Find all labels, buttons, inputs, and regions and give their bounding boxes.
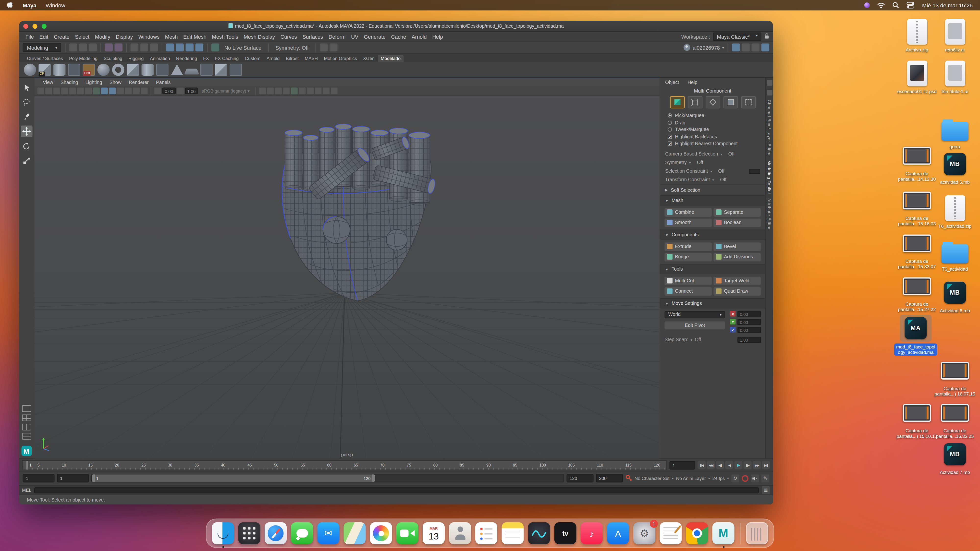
- two-pane-stacked-layout-button[interactable]: [22, 433, 31, 440]
- dock-appstore-icon[interactable]: A: [607, 522, 629, 545]
- workspace-selector[interactable]: Maya Classic*▾: [713, 32, 762, 41]
- soft-selection-section[interactable]: ▶Soft Selection: [660, 184, 765, 195]
- menu-item[interactable]: Mesh: [162, 33, 180, 40]
- dock-calendar-icon[interactable]: MAR13: [423, 522, 445, 545]
- face-mode-button[interactable]: [723, 96, 738, 108]
- desktop-icon-captura-160715[interactable]: Captura de pantalla...) 16.07.15: [934, 357, 976, 397]
- show-channel-box-icon[interactable]: [767, 80, 772, 86]
- redo-icon[interactable]: [115, 44, 123, 52]
- add-divisions-button[interactable]: Add Divisions: [714, 252, 761, 261]
- desktop-icon-reto6liz-ai[interactable]: reto6liz.ai: [934, 18, 976, 52]
- dock-messages-icon[interactable]: [291, 522, 313, 545]
- tools-section-header[interactable]: ▼Tools: [660, 264, 765, 274]
- use-all-lights-icon[interactable]: [117, 88, 124, 95]
- dock-photos-icon[interactable]: [370, 522, 392, 545]
- menu-item[interactable]: Display: [113, 33, 135, 40]
- extrude-button[interactable]: Extrude: [665, 242, 712, 251]
- combine-button[interactable]: Combine: [665, 208, 712, 216]
- dock-launchpad-icon[interactable]: [239, 522, 261, 545]
- current-frame-field[interactable]: 1: [670, 460, 695, 469]
- selection-constraint-row[interactable]: Selection Constraint▾Off: [660, 167, 765, 175]
- default-material-icon[interactable]: [283, 88, 290, 95]
- current-time-indicator[interactable]: [27, 460, 29, 469]
- spotlight-search-icon[interactable]: [893, 2, 900, 9]
- components-section-header[interactable]: ▼Components: [660, 229, 765, 240]
- desktop-icon-mod-t8-face-topology-ma[interactable]: MA mod_t8_face_topology_actividad.ma: [894, 315, 937, 356]
- poly-torus-icon[interactable]: [112, 64, 124, 76]
- open-scene-icon[interactable]: [79, 44, 87, 52]
- edge-mode-button[interactable]: [705, 96, 720, 108]
- dock-chrome-icon[interactable]: [686, 522, 708, 545]
- grid-tool-icon[interactable]: [230, 64, 242, 76]
- grid-display-icon[interactable]: [291, 88, 298, 95]
- dock-appletv-icon[interactable]: tv: [554, 522, 576, 545]
- 2d-pan-zoom-icon[interactable]: [77, 88, 84, 95]
- panel-help-menu[interactable]: Help: [687, 79, 697, 85]
- panel-object-menu[interactable]: Object: [665, 79, 679, 85]
- snap-grid-icon[interactable]: [166, 44, 174, 52]
- exposure-field[interactable]: 0.00: [162, 88, 176, 95]
- desktop-icon-captura-141230[interactable]: Captura de pantalla...14.12.30: [896, 142, 939, 182]
- mirror-tool-icon[interactable]: [200, 64, 213, 76]
- anim-layer-selector[interactable]: No Anim Layer▾: [676, 475, 710, 481]
- make-live-icon[interactable]: [212, 44, 220, 52]
- poly-cube-icon[interactable]: [127, 64, 139, 76]
- motion-blur-icon[interactable]: [141, 88, 148, 95]
- menu-item[interactable]: Modify: [92, 33, 113, 40]
- animation-end-field[interactable]: 200: [596, 474, 623, 483]
- render-icon[interactable]: [320, 44, 328, 52]
- shelf-tab[interactable]: Modelado: [377, 55, 404, 62]
- panel-menu-item[interactable]: Renderer: [125, 79, 153, 85]
- workspace-layout-icon[interactable]: [742, 44, 750, 52]
- desktop-icon-t6-actividad-folder[interactable]: T6_actividad: [934, 238, 976, 272]
- lock-camera-icon[interactable]: [45, 88, 52, 95]
- zoom-window-button[interactable]: [41, 24, 46, 29]
- tab-attribute-editor[interactable]: Attribute Editor: [767, 198, 772, 229]
- animation-preferences-icon[interactable]: ✎: [762, 474, 770, 482]
- poly-plane-icon[interactable]: [184, 68, 199, 74]
- menu-item[interactable]: Curves: [278, 33, 300, 40]
- target-weld-button[interactable]: Target Weld: [714, 276, 761, 285]
- shelf-tab[interactable]: Sculpting: [100, 55, 125, 62]
- axis-orientation-dropdown[interactable]: World▾: [665, 311, 725, 318]
- set-key-icon[interactable]: [625, 474, 632, 482]
- dock-finder-icon[interactable]: [212, 522, 234, 545]
- transform-constraint-row[interactable]: Transform Constraint▾Off: [660, 175, 765, 184]
- shelf-tab[interactable]: Arnold: [263, 55, 283, 62]
- menu-item[interactable]: Generate: [361, 33, 388, 40]
- new-scene-icon[interactable]: [69, 44, 78, 52]
- menubar-app-name[interactable]: Maya: [23, 2, 37, 8]
- safe-action-icon[interactable]: [331, 88, 337, 95]
- wifi-icon[interactable]: [877, 2, 885, 8]
- desktop-icon-captura-153307[interactable]: Captura de pantalla...15.33.07: [896, 230, 939, 270]
- exposure-icon[interactable]: [154, 88, 161, 95]
- menu-item[interactable]: Windows: [136, 33, 162, 40]
- animation-start-field[interactable]: 1: [23, 474, 55, 483]
- image-plane-icon[interactable]: [69, 88, 76, 95]
- smooth-tool-icon[interactable]: [68, 64, 80, 76]
- camera-based-selection-row[interactable]: Camera Based Selection▾Off: [660, 149, 765, 158]
- desktop-icon-captura-163225[interactable]: Captura de pantalla...16.32.25: [934, 399, 976, 439]
- menu-item[interactable]: Edit Mesh: [181, 33, 209, 40]
- shadows-icon[interactable]: [125, 88, 132, 95]
- gamma-icon[interactable]: [177, 88, 184, 95]
- menu-item[interactable]: Surfaces: [300, 33, 326, 40]
- menu-item[interactable]: Create: [51, 33, 72, 40]
- shelf-tab[interactable]: Curves / Surfaces: [24, 55, 66, 62]
- tab-channel-box[interactable]: Channel Box / Layer Editor: [767, 100, 772, 156]
- bookmark-icon[interactable]: [61, 88, 68, 95]
- bridge-button[interactable]: Bridge: [665, 252, 712, 261]
- select-camera-icon[interactable]: [38, 88, 45, 95]
- desktop-icon-escenario01-psd[interactable]: escenario01 liz.psd: [896, 60, 939, 94]
- shelf-tab[interactable]: Animation: [147, 55, 173, 62]
- move-settings-section-header[interactable]: ▼Move Settings: [660, 298, 765, 308]
- smooth-button[interactable]: Smooth: [665, 218, 712, 227]
- poly-sphere-icon[interactable]: [97, 64, 110, 76]
- range-slider-track[interactable]: 1 120: [91, 474, 564, 483]
- constraint-field[interactable]: [749, 169, 760, 174]
- account-menu[interactable]: al02926978 ▾: [683, 44, 724, 51]
- film-gate-icon[interactable]: [299, 88, 305, 95]
- panel-menu-item[interactable]: Show: [106, 79, 125, 85]
- oversampling-icon[interactable]: [85, 88, 92, 95]
- ipr-render-icon[interactable]: [329, 44, 337, 52]
